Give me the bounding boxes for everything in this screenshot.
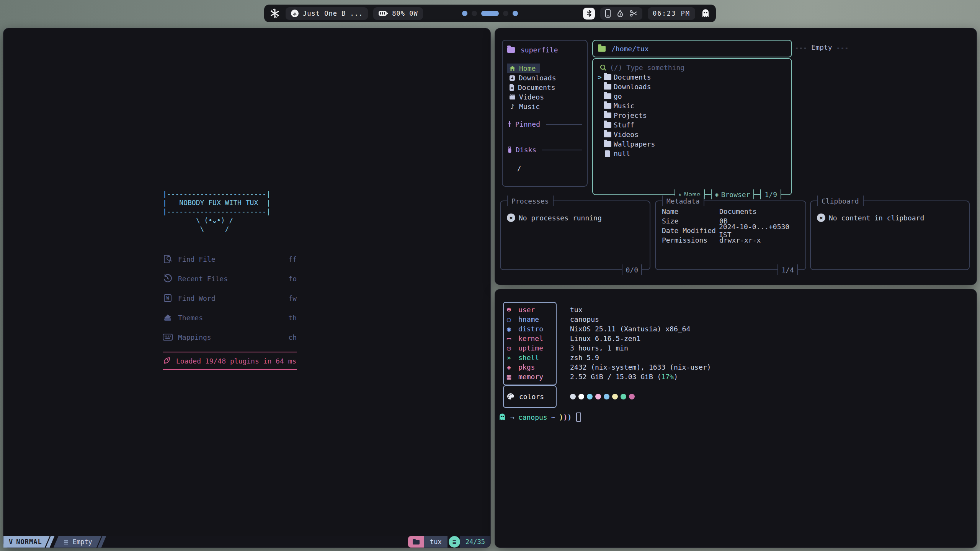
workspace-dot[interactable] xyxy=(462,11,467,16)
fetch-row-value: 2.52 GiB / 15.03 GiB (17%) xyxy=(570,373,678,381)
sidebar-item-downloads[interactable]: Downloads xyxy=(507,73,582,83)
top-bar: Just One B ... 80% 0W xyxy=(264,5,716,22)
menu-item-shortcut: ch xyxy=(288,333,297,341)
file-type-icon xyxy=(604,103,611,109)
fetch-row: ◈ pkgs 2432 (nix-system), 1633 (nix-user… xyxy=(507,362,928,372)
file-row[interactable]: > Projects xyxy=(598,111,791,120)
colors-label: colors xyxy=(519,393,544,401)
clock[interactable]: 06:23 PM xyxy=(648,7,695,20)
file-row[interactable]: > null xyxy=(598,149,791,158)
menu-item-recent-files[interactable]: Recent Files fo xyxy=(163,274,297,284)
music-note-icon: ♪ xyxy=(509,103,516,111)
metadata-table: Name Documents Size 0B Date Modified 202… xyxy=(662,207,805,245)
clock-label: 06:23 PM xyxy=(653,10,690,17)
fetch-row-icon: ○ xyxy=(507,315,518,323)
shell-prompt: → canopus ~ ) ) ) xyxy=(498,412,581,422)
fetch-row: ☻ user tux xyxy=(507,305,928,315)
workspace-dot[interactable] xyxy=(513,11,518,16)
fetch-row-icon: ◷ xyxy=(507,344,518,352)
file-counter: 1/9 xyxy=(760,189,781,199)
sidebar-item-label: Downloads xyxy=(519,74,556,82)
bluetooth-icon[interactable] xyxy=(583,8,595,20)
fastfetch-rows: ☻ user tux ○ hname canopus ◉ distro NixO… xyxy=(507,305,928,381)
menu-item-label: Themes xyxy=(178,314,288,322)
fetch-row-icon: ◉ xyxy=(507,325,518,333)
menu-item-find-file[interactable]: Find File ff xyxy=(163,254,297,264)
panel-mode-label: Browser xyxy=(721,191,750,199)
fetch-row: ◉ distro NixOS 25.11 (Xantusia) x86_64 xyxy=(507,324,928,334)
divider xyxy=(754,194,760,195)
workspace-dot[interactable] xyxy=(481,11,499,16)
menu-item-label: Recent Files xyxy=(178,275,288,283)
fetch-row-label: distro xyxy=(518,325,557,333)
file-search-input[interactable]: (/) Type something xyxy=(600,63,791,72)
processes-message-label: No processes running xyxy=(519,214,602,222)
word-icon xyxy=(163,294,173,302)
sidebar-item-home[interactable]: Home xyxy=(507,64,540,73)
terminal-cursor[interactable] xyxy=(576,412,581,422)
ghost-icon[interactable] xyxy=(701,8,710,18)
file-name: Downloads xyxy=(614,83,651,91)
menu-item-shortcut: fw xyxy=(288,294,297,302)
file-row[interactable]: > Stuff xyxy=(598,120,791,130)
panel-mode[interactable]: ◉Browser xyxy=(711,189,754,199)
sidebar-nav: Home Downloads Documents xyxy=(507,64,582,111)
file-name: Music xyxy=(614,102,634,110)
selection-chevron-icon: > xyxy=(598,73,604,81)
scissors-tray-icon[interactable] xyxy=(630,10,637,17)
plugins-loaded-label: Loaded 19/48 plugins in 64 ms xyxy=(176,357,296,365)
superfile-sidebar: superfile Home Downloads xyxy=(502,40,588,187)
top-bar-left: Just One B ... 80% 0W xyxy=(270,7,423,20)
flame-tray-icon[interactable] xyxy=(617,9,624,18)
file-list: > Documents > Downloads > go > xyxy=(598,72,791,158)
file-icon xyxy=(63,538,69,546)
fetch-row-icon: ▭ xyxy=(507,334,518,342)
sidebar-item-label: Home xyxy=(519,64,536,72)
file-type-icon xyxy=(605,150,610,157)
home-icon xyxy=(509,65,516,72)
battery-pill[interactable]: 80% 0W xyxy=(373,7,423,20)
mode-label: NORMAL xyxy=(16,538,42,546)
sidebar-item-music[interactable]: ♪ Music xyxy=(507,102,582,111)
top-bar-right: 06:23 PM xyxy=(583,7,710,20)
prompt-path: ~ xyxy=(551,413,555,421)
user-segment: tux xyxy=(424,536,448,548)
prompt-chevron: ) xyxy=(559,413,563,421)
file-row[interactable]: > Downloads xyxy=(598,82,791,91)
fetch-row: ▭ kernel Linux 6.16.5-zen1 xyxy=(507,334,928,343)
folder-icon xyxy=(412,539,420,545)
usb-disk-icon xyxy=(507,147,512,153)
fetch-row-label: hname xyxy=(518,315,557,323)
music-icon xyxy=(291,9,299,18)
menu-item-mappings[interactable]: Mappings ch xyxy=(163,332,297,342)
file-name: go xyxy=(614,92,622,100)
fetch-row: ▦ memory 2.52 GiB / 15.03 GiB (17%) xyxy=(507,372,928,381)
file-type-icon xyxy=(604,74,611,80)
nixos-logo-icon[interactable] xyxy=(270,8,280,19)
file-row[interactable]: > Wallpapers xyxy=(598,139,791,149)
sidebar-item-documents[interactable]: Documents xyxy=(507,83,582,92)
file-row[interactable]: > go xyxy=(598,91,791,101)
fetch-row-icon: ☻ xyxy=(507,306,518,314)
sidebar-item-videos[interactable]: Videos xyxy=(507,92,582,102)
divider xyxy=(705,194,711,195)
ghost-prompt-icon xyxy=(498,413,506,421)
now-playing-pill[interactable]: Just One B ... xyxy=(286,7,368,20)
menu-item-themes[interactable]: Themes th xyxy=(163,313,297,323)
disk-root-item[interactable]: / xyxy=(507,164,582,172)
workspace-dot[interactable] xyxy=(503,11,508,16)
terminal-window: ☻ user tux ○ hname canopus ◉ distro NixO… xyxy=(495,289,977,548)
disks-section-header: Disks xyxy=(507,146,582,154)
metadata-key: Permissions xyxy=(662,236,719,244)
pinned-section-header: Pinned xyxy=(507,120,582,128)
file-row[interactable]: > Music xyxy=(598,101,791,111)
folder-icon xyxy=(507,47,515,53)
phone-tray-icon[interactable] xyxy=(605,9,611,18)
pin-icon xyxy=(507,121,512,127)
file-row[interactable]: > Documents xyxy=(598,72,791,82)
file-name: null xyxy=(614,150,630,158)
eye-icon: ◉ xyxy=(715,191,718,197)
file-row[interactable]: > Videos xyxy=(598,130,791,139)
menu-item-find-word[interactable]: Find Word fw xyxy=(163,293,297,303)
workspace-dot[interactable] xyxy=(472,11,477,16)
